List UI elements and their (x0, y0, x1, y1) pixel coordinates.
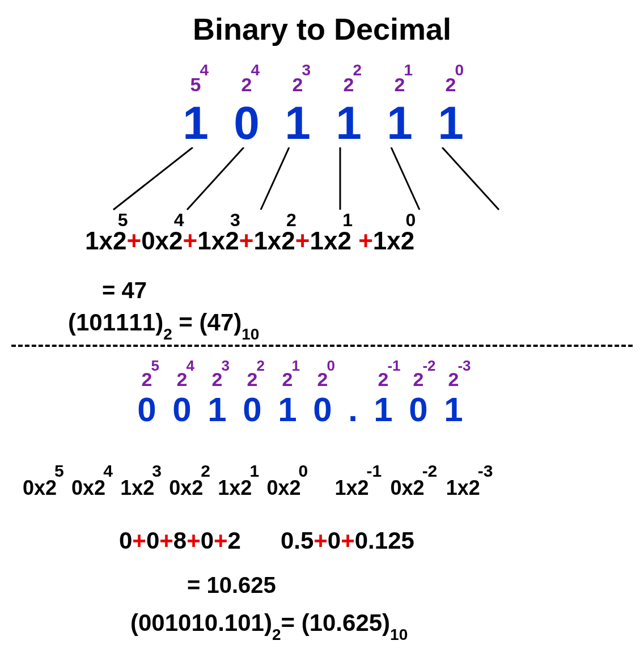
term: 0x22 (169, 476, 203, 500)
plus-icon: + (341, 527, 355, 554)
term: 0x24 (141, 227, 183, 255)
binary-digit: 0 (235, 390, 270, 429)
power-base: 23 (293, 74, 303, 96)
term-exp: 4 (174, 210, 184, 231)
term: 1x23 (197, 227, 239, 255)
term: 0x24 (71, 476, 105, 500)
power-exp: 1 (291, 357, 299, 375)
term: 1x21 (310, 227, 351, 255)
term-exp: 2 (286, 210, 296, 231)
binary-notation: (001010.101) (130, 609, 272, 636)
ex1-conclusion: (101111)2 = (47)10 (68, 309, 259, 336)
term: 1x2-1 (334, 476, 368, 500)
binary-digit: 1 (200, 390, 235, 429)
binary-digit: 0 (221, 96, 272, 150)
power-base: 20 (446, 74, 456, 96)
term-text: 1x2 (120, 476, 154, 499)
term: 1x21 (218, 476, 252, 500)
ex1-expansion: 1x25+0x24+1x23+1x22+1x21 +1x20 (85, 227, 414, 255)
term-text: 1x2 (197, 227, 239, 254)
term-text: 1x2 (373, 227, 414, 254)
power-item: 22 (323, 74, 374, 96)
svg-line-5 (442, 147, 499, 210)
term: 0x25 (23, 476, 57, 500)
power-base: 54 (190, 74, 201, 96)
plus-icon: + (187, 527, 201, 554)
base-subscript: 2 (272, 626, 281, 643)
base-subscript: 2 (163, 325, 172, 343)
power-item: 23 (200, 368, 235, 391)
plus-icon: + (295, 227, 310, 254)
term: 1x22 (253, 227, 295, 255)
power-base: 25 (142, 368, 152, 391)
decimal-notation: (10.625) (302, 609, 390, 636)
ex1-result: = 47 (102, 278, 147, 303)
term-text: 1x2 (85, 227, 126, 254)
svg-line-2 (261, 147, 289, 210)
power-item: 20 (425, 74, 476, 96)
power-exp: 5 (151, 357, 159, 375)
power-exp: 0 (455, 61, 464, 79)
power-exp: 4 (186, 357, 194, 375)
term-exp: -2 (422, 461, 438, 481)
ex1-power-row: 54 24 23 22 21 20 (170, 74, 476, 96)
binary-digit: 1 (425, 96, 476, 150)
decimal-notation: (47) (200, 309, 242, 336)
power-exp: 4 (251, 61, 260, 79)
power-base: 21 (395, 74, 405, 96)
power-base: 20 (317, 368, 328, 391)
term-exp: 5 (118, 210, 128, 231)
plus-icon: + (159, 527, 173, 554)
equals: = (172, 309, 200, 336)
power-base: 2-3 (448, 368, 459, 391)
term-exp: 5 (54, 461, 64, 481)
term-text: 0x2 (141, 227, 183, 254)
ex2-expansion: 0x25 0x24 1x23 0x22 1x21 0x20 1x2-1 0x2-… (23, 476, 495, 500)
power-exp: 2 (256, 357, 264, 375)
term-text: 1x2 (218, 476, 252, 499)
power-item: 23 (272, 74, 323, 96)
ex1-binary-row: 1 0 1 1 1 1 (170, 96, 476, 150)
binary-digit: 1 (436, 390, 471, 429)
power-base: 21 (282, 368, 293, 391)
term-exp: -3 (478, 461, 493, 481)
plus-icon: + (132, 527, 146, 554)
sum-value: 0.5 (281, 527, 313, 554)
term: 0x2-2 (391, 476, 425, 500)
power-base: 2-1 (378, 368, 389, 391)
term-exp: 1 (249, 461, 259, 481)
plus-icon: + (214, 527, 228, 554)
plus-icon: + (126, 227, 141, 254)
ex2-power-row: 25 24 23 22 21 20 2-1 2-2 2-3 (129, 368, 471, 391)
binary-digit: 1 (270, 390, 305, 429)
binary-digit: 1 (374, 96, 425, 150)
power-item: 21 (374, 74, 425, 96)
power-item: 24 (164, 368, 200, 391)
term-exp: 1 (342, 210, 353, 231)
binary-digit: 0 (305, 390, 340, 429)
power-base: 22 (247, 368, 258, 391)
term: 1x25 (85, 227, 126, 255)
power-item: 21 (270, 368, 305, 391)
power-item: 22 (235, 368, 270, 391)
term-text: 1x2 (310, 227, 351, 254)
term-exp: 0 (405, 210, 416, 231)
power-exp: 1 (404, 61, 413, 79)
term: 1x2-3 (446, 476, 480, 500)
plus-icon: + (183, 227, 198, 254)
term: 1x20 (373, 227, 414, 255)
ex2-binary-row: 0 0 1 0 1 0 . 1 0 1 (129, 390, 471, 429)
sum-value: 8 (173, 527, 187, 554)
binary-digit: 1 (272, 96, 323, 150)
power-base: 24 (177, 368, 188, 391)
binary-digit: 0 (129, 390, 164, 429)
power-item: 20 (305, 368, 340, 391)
term-exp: 2 (201, 461, 210, 481)
power-item: 24 (221, 74, 272, 96)
plus-icon: + (239, 227, 254, 254)
power-item: 54 (170, 74, 221, 96)
power-gap (340, 368, 366, 391)
binary-digit: 1 (170, 96, 221, 150)
power-exp: -3 (457, 357, 471, 375)
term: 1x23 (120, 476, 154, 500)
